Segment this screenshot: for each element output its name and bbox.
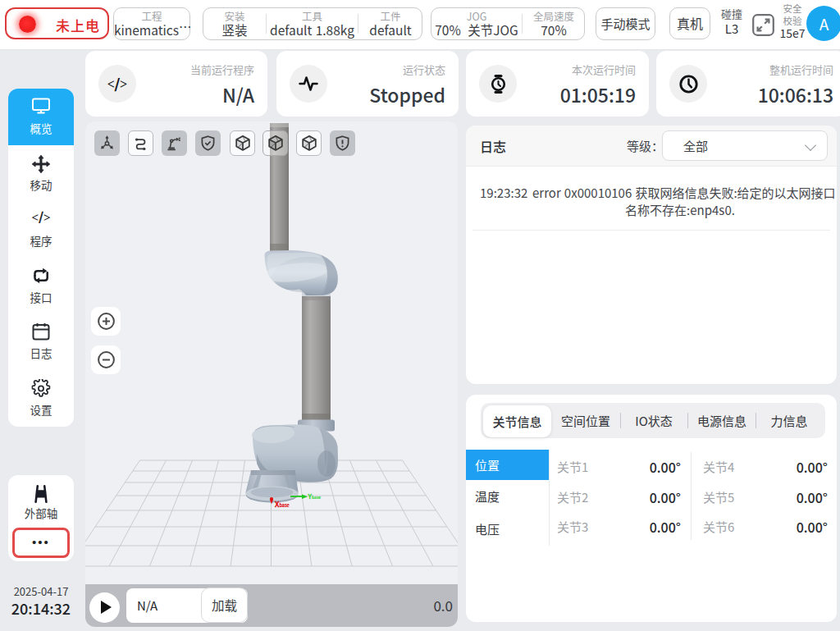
svg-text:</>: </> [107, 73, 127, 93]
svg-text:</>: </> [32, 210, 51, 223]
svg-text:Ybase: Ybase [308, 492, 322, 501]
